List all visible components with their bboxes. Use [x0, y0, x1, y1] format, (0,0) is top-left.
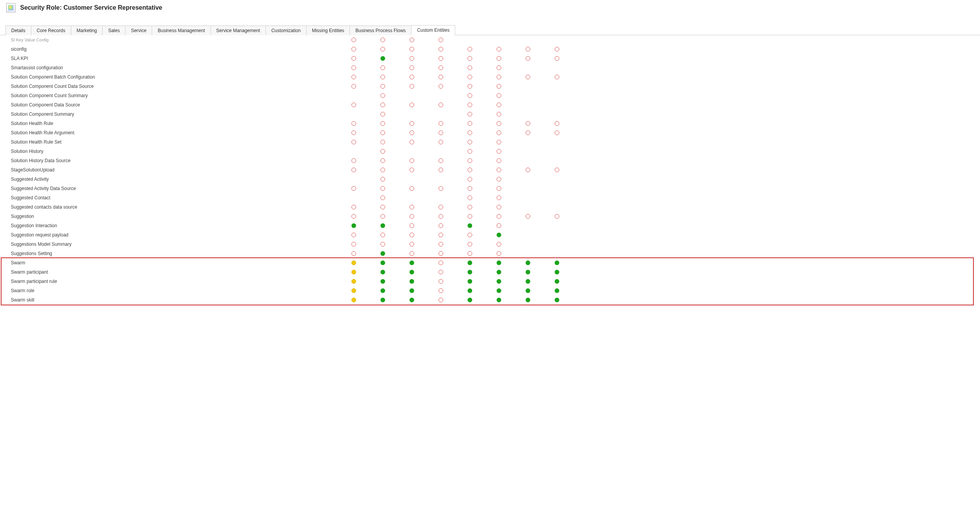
- privilege-cell[interactable]: [455, 214, 484, 219]
- privilege-cell[interactable]: [542, 186, 571, 191]
- privilege-cell[interactable]: [368, 177, 397, 182]
- privilege-cell[interactable]: [542, 177, 571, 182]
- privilege-cell[interactable]: [426, 121, 455, 126]
- privilege-cell[interactable]: [484, 47, 513, 51]
- privilege-cell[interactable]: [455, 112, 484, 117]
- privilege-cell[interactable]: [426, 270, 455, 274]
- privilege-cell[interactable]: [339, 84, 368, 89]
- privilege-cell[interactable]: [368, 270, 397, 274]
- privilege-cell[interactable]: [455, 270, 484, 274]
- privilege-cell[interactable]: [455, 47, 484, 51]
- privilege-cell[interactable]: [455, 38, 484, 42]
- privilege-cell[interactable]: [397, 93, 426, 98]
- privilege-cell[interactable]: [368, 223, 397, 228]
- privilege-cell[interactable]: [513, 279, 542, 284]
- privilege-cell[interactable]: [513, 65, 542, 70]
- privilege-cell[interactable]: [513, 103, 542, 107]
- privilege-cell[interactable]: [368, 251, 397, 256]
- privilege-cell[interactable]: [426, 65, 455, 70]
- privilege-cell[interactable]: [455, 140, 484, 144]
- privilege-cell[interactable]: [397, 270, 426, 274]
- privilege-cell[interactable]: [513, 195, 542, 200]
- privilege-cell[interactable]: [397, 186, 426, 191]
- privilege-cell[interactable]: [339, 47, 368, 51]
- privilege-cell[interactable]: [339, 270, 368, 274]
- privilege-cell[interactable]: [455, 103, 484, 107]
- privilege-cell[interactable]: [513, 260, 542, 265]
- privilege-cell[interactable]: [397, 158, 426, 163]
- privilege-cell[interactable]: [339, 177, 368, 182]
- privilege-cell[interactable]: [339, 112, 368, 117]
- privilege-cell[interactable]: [339, 279, 368, 284]
- privilege-cell[interactable]: [339, 130, 368, 135]
- privilege-cell[interactable]: [397, 56, 426, 61]
- privilege-cell[interactable]: [368, 242, 397, 247]
- privilege-cell[interactable]: [426, 84, 455, 89]
- privilege-cell[interactable]: [484, 177, 513, 182]
- privilege-cell[interactable]: [455, 242, 484, 247]
- privilege-cell[interactable]: [455, 186, 484, 191]
- privilege-cell[interactable]: [542, 93, 571, 98]
- privilege-cell[interactable]: [339, 195, 368, 200]
- privilege-cell[interactable]: [368, 149, 397, 154]
- privilege-cell[interactable]: [426, 103, 455, 107]
- privilege-cell[interactable]: [484, 214, 513, 219]
- privilege-cell[interactable]: [368, 214, 397, 219]
- privilege-cell[interactable]: [397, 260, 426, 265]
- privilege-cell[interactable]: [542, 223, 571, 228]
- privilege-cell[interactable]: [368, 298, 397, 302]
- privilege-cell[interactable]: [484, 288, 513, 293]
- privilege-cell[interactable]: [542, 112, 571, 117]
- privilege-cell[interactable]: [542, 103, 571, 107]
- privilege-cell[interactable]: [513, 214, 542, 219]
- privilege-cell[interactable]: [339, 65, 368, 70]
- privilege-cell[interactable]: [484, 140, 513, 144]
- privilege-cell[interactable]: [513, 288, 542, 293]
- privilege-cell[interactable]: [339, 168, 368, 172]
- privilege-cell[interactable]: [542, 251, 571, 256]
- privilege-cell[interactable]: [368, 65, 397, 70]
- privilege-cell[interactable]: [426, 279, 455, 284]
- privilege-cell[interactable]: [484, 38, 513, 42]
- privilege-cell[interactable]: [513, 121, 542, 126]
- privilege-cell[interactable]: [339, 140, 368, 144]
- privilege-cell[interactable]: [484, 205, 513, 209]
- privilege-cell[interactable]: [368, 112, 397, 117]
- privilege-cell[interactable]: [397, 47, 426, 51]
- privilege-cell[interactable]: [397, 149, 426, 154]
- privilege-cell[interactable]: [455, 130, 484, 135]
- privilege-cell[interactable]: [426, 186, 455, 191]
- privilege-cell[interactable]: [339, 205, 368, 209]
- privilege-cell[interactable]: [426, 38, 455, 42]
- tab-service[interactable]: Service: [125, 26, 152, 35]
- privilege-cell[interactable]: [484, 242, 513, 247]
- privilege-cell[interactable]: [542, 298, 571, 302]
- privilege-cell[interactable]: [542, 288, 571, 293]
- privilege-cell[interactable]: [368, 130, 397, 135]
- privilege-cell[interactable]: [426, 205, 455, 209]
- privilege-cell[interactable]: [484, 223, 513, 228]
- privilege-cell[interactable]: [397, 103, 426, 107]
- tab-custom-entities[interactable]: Custom Entities: [411, 25, 455, 35]
- privilege-cell[interactable]: [397, 112, 426, 117]
- privilege-cell[interactable]: [426, 140, 455, 144]
- privilege-cell[interactable]: [339, 298, 368, 302]
- privilege-cell[interactable]: [455, 298, 484, 302]
- tab-core-records[interactable]: Core Records: [31, 26, 71, 35]
- privilege-cell[interactable]: [484, 65, 513, 70]
- privilege-cell[interactable]: [426, 112, 455, 117]
- privilege-cell[interactable]: [484, 121, 513, 126]
- privilege-cell[interactable]: [513, 168, 542, 172]
- privilege-cell[interactable]: [397, 288, 426, 293]
- privilege-cell[interactable]: [426, 288, 455, 293]
- privilege-cell[interactable]: [368, 56, 397, 61]
- privilege-cell[interactable]: [455, 260, 484, 265]
- privilege-cell[interactable]: [426, 195, 455, 200]
- privilege-cell[interactable]: [513, 56, 542, 61]
- privilege-cell[interactable]: [397, 298, 426, 302]
- privilege-cell[interactable]: [542, 84, 571, 89]
- privilege-cell[interactable]: [455, 288, 484, 293]
- privilege-cell[interactable]: [542, 168, 571, 172]
- privilege-cell[interactable]: [426, 251, 455, 256]
- privilege-cell[interactable]: [368, 75, 397, 79]
